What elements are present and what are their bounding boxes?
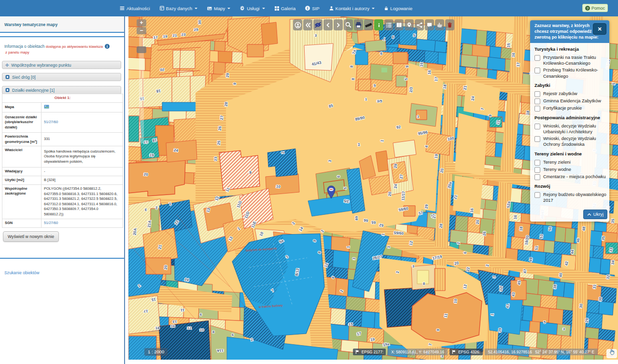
svg-text:3: 3: [315, 33, 317, 38]
svg-text:25: 25: [217, 140, 222, 145]
svg-text:66: 66: [363, 218, 368, 223]
svg-text:23: 23: [182, 32, 186, 37]
svg-text:46: 46: [576, 238, 581, 242]
svg-text:11/17: 11/17: [401, 191, 406, 201]
svg-text:19: 19: [370, 337, 376, 342]
svg-text:20: 20: [476, 219, 480, 224]
svg-text:45: 45: [517, 280, 522, 285]
svg-text:16: 16: [513, 214, 518, 219]
svg-text:18: 18: [156, 89, 161, 94]
svg-text:16: 16: [171, 324, 175, 328]
svg-text:29: 29: [225, 72, 230, 77]
svg-text:17: 17: [434, 76, 439, 81]
svg-text:2/3: 2/3: [409, 86, 414, 92]
svg-text:19: 19: [149, 153, 154, 158]
svg-text:6: 6: [200, 312, 202, 317]
svg-text:20: 20: [160, 68, 164, 72]
svg-text:18: 18: [155, 326, 160, 330]
svg-text:40: 40: [559, 272, 563, 277]
svg-text:13: 13: [172, 320, 177, 324]
svg-text:?: ?: [587, 6, 589, 10]
svg-text:28: 28: [439, 223, 444, 228]
svg-text:44: 44: [570, 249, 575, 254]
svg-text:52a: 52a: [506, 201, 511, 208]
svg-text:5: 5: [374, 84, 376, 88]
svg-text:48: 48: [582, 226, 587, 231]
svg-text:89: 89: [354, 216, 359, 220]
svg-text:3/5: 3/5: [377, 99, 382, 103]
svg-text:28: 28: [224, 101, 229, 106]
svg-text:8: 8: [212, 330, 215, 334]
svg-text:8: 8: [423, 281, 425, 286]
svg-text:21: 21: [173, 33, 177, 38]
svg-text:16: 16: [427, 70, 432, 74]
svg-text:24: 24: [393, 183, 398, 188]
svg-text:39: 39: [498, 327, 503, 332]
svg-text:50: 50: [548, 226, 553, 231]
svg-text:26: 26: [218, 126, 223, 130]
svg-text:18: 18: [526, 110, 531, 115]
svg-text:20: 20: [143, 172, 148, 177]
svg-text:3: 3: [412, 264, 415, 268]
svg-text:34: 34: [611, 260, 616, 265]
svg-text:18: 18: [152, 138, 157, 143]
svg-text:17: 17: [154, 35, 158, 40]
svg-text:5: 5: [544, 320, 546, 324]
svg-text:17: 17: [143, 309, 148, 313]
svg-text:15: 15: [420, 62, 424, 67]
svg-text:27: 27: [220, 115, 225, 120]
svg-text:65: 65: [371, 220, 376, 225]
svg-text:22: 22: [466, 266, 471, 271]
svg-text:15: 15: [151, 297, 156, 302]
svg-text:62: 62: [379, 223, 383, 228]
svg-text:20: 20: [388, 191, 393, 196]
svg-text:26: 26: [482, 231, 487, 236]
svg-text:10: 10: [200, 328, 204, 332]
svg-text:16: 16: [511, 52, 516, 57]
svg-text:19: 19: [163, 34, 168, 39]
svg-text:32/: 32/: [499, 285, 504, 292]
svg-text:29: 29: [424, 204, 429, 209]
svg-text:51: 51: [534, 245, 539, 250]
svg-text:6: 6: [232, 333, 234, 337]
svg-text:20A: 20A: [132, 228, 137, 236]
svg-text:10: 10: [276, 184, 281, 189]
svg-text:23: 23: [213, 156, 218, 161]
svg-text:1: 1: [417, 114, 420, 119]
svg-text:09/65: 09/65: [393, 230, 404, 236]
svg-text:31: 31: [592, 284, 597, 289]
svg-text:30: 30: [598, 296, 603, 301]
svg-text:38: 38: [553, 284, 558, 289]
svg-text:11: 11: [180, 308, 184, 312]
svg-text:1: 1: [365, 97, 367, 101]
svg-text:29: 29: [393, 163, 398, 168]
svg-text:42: 42: [564, 261, 569, 266]
svg-text:32: 32: [606, 274, 611, 279]
svg-text:16: 16: [470, 208, 475, 212]
svg-text:3: 3: [563, 327, 565, 331]
svg-text:21A: 21A: [147, 220, 152, 228]
svg-text:27: 27: [432, 213, 437, 218]
svg-text:53: 53: [539, 234, 544, 238]
svg-text:29: 29: [584, 318, 589, 323]
svg-text:41: 41: [506, 303, 510, 308]
svg-text:15: 15: [349, 322, 353, 326]
svg-text:49: 49: [529, 257, 534, 262]
svg-text:17: 17: [516, 62, 521, 67]
svg-text:18: 18: [519, 226, 524, 231]
svg-text:3: 3: [144, 208, 147, 212]
svg-text:47: 47: [523, 268, 528, 273]
svg-text:25: 25: [194, 28, 198, 32]
svg-text:43: 43: [511, 292, 516, 296]
svg-text:24: 24: [471, 96, 476, 100]
svg-text:11A: 11A: [217, 349, 224, 353]
svg-text:15: 15: [506, 42, 511, 47]
svg-text:12: 12: [187, 326, 192, 330]
svg-text:30: 30: [197, 20, 202, 24]
svg-text:30: 30: [578, 303, 583, 308]
svg-text:27: 27: [399, 174, 404, 179]
svg-text:19a: 19a: [382, 342, 390, 347]
svg-text:35: 35: [611, 218, 616, 223]
svg-text:21: 21: [463, 85, 468, 90]
svg-text:20: 20: [164, 265, 169, 269]
